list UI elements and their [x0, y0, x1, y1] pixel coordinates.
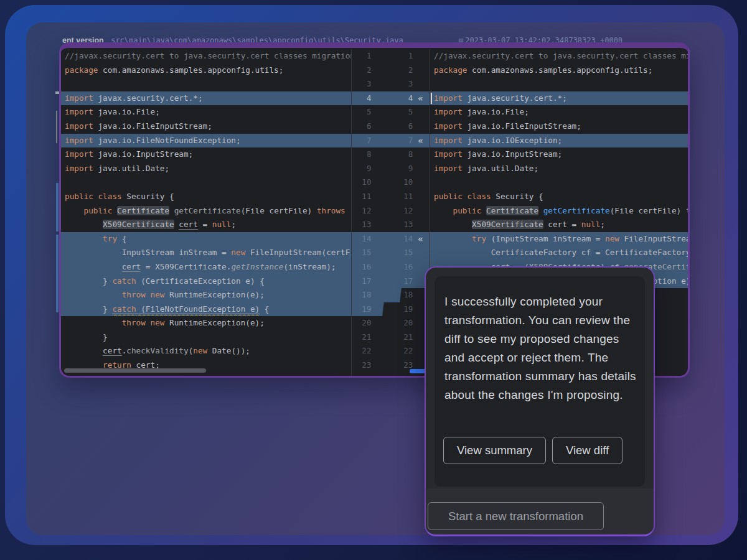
line-number-new: 12	[376, 204, 418, 218]
code-token	[65, 220, 103, 229]
code-token: java.io.FileNotFoundException;	[93, 136, 241, 145]
code-token: import	[65, 164, 93, 173]
gutter-row: 1919	[352, 302, 430, 317]
line-number-old: 17	[352, 274, 376, 289]
code-line: try {	[61, 232, 351, 246]
line-number-new: 8	[376, 147, 418, 162]
code-line: import java.util.Date;	[61, 162, 351, 176]
code-token: //javax.security.cert to java.security.c…	[65, 51, 351, 60]
code-token: X509Certificate	[472, 220, 543, 229]
code-line: package com.amazonaws.samples.appconfig.…	[61, 63, 351, 78]
gutter-row: 1414«	[352, 232, 430, 246]
gutter-row: 1717	[352, 274, 430, 289]
line-number-old: 3	[352, 77, 376, 91]
gutter-spacer	[418, 63, 430, 78]
revert-change-icon[interactable]: «	[418, 232, 430, 246]
change-marker-tick	[55, 91, 59, 94]
gutter-row: 1010	[352, 175, 430, 190]
line-number-new: 3	[376, 77, 418, 91]
gutter-row: 1111	[352, 190, 430, 204]
code-line: InputStream inStream = new FileInputStre…	[61, 246, 351, 260]
gutter-spacer	[418, 49, 430, 63]
code-token: import	[65, 136, 93, 145]
code-token: getCertificate	[174, 206, 241, 215]
line-number-new: 14	[376, 232, 418, 246]
code-token: Security {	[491, 192, 543, 201]
line-number-new: 2	[376, 63, 418, 78]
code-token: java.io.InputStream;	[93, 149, 193, 159]
code-line: CertificateFactory cf = CertificateFacto…	[430, 246, 688, 260]
code-token: package	[65, 65, 98, 75]
code-line: throw new RuntimeException(e);	[61, 288, 351, 302]
gutter-spacer	[418, 105, 430, 119]
code-line: import java.io.InputStream;	[61, 147, 351, 162]
gutter-spacer	[418, 147, 430, 162]
line-number-new: 10	[376, 175, 418, 190]
line-number-new: 17	[376, 274, 418, 289]
code-token: import	[65, 149, 93, 159]
code-line: public Certificate getCertificate(File c…	[61, 204, 351, 218]
gutter-row: 77«	[352, 134, 430, 148]
code-token: javax.security.cert.*;	[93, 93, 203, 103]
code-token: cert	[179, 220, 198, 230]
code-line: } catch (FileNotFoundException e) {	[61, 302, 351, 317]
code-line: public Certificate getCertificate(File c…	[430, 204, 688, 218]
gutter-spacer	[418, 246, 430, 260]
code-token: FileInputStream(certFile)) {	[619, 234, 688, 243]
code-token	[434, 206, 453, 215]
code-line: import java.io.FileNotFoundException;	[61, 134, 351, 148]
line-number-new: 15	[376, 246, 418, 260]
gutter-row: 2222	[352, 344, 430, 358]
code-token: java.io.File;	[463, 107, 529, 116]
code-line: public class Security {	[430, 190, 688, 204]
view-summary-button[interactable]: View summary	[443, 437, 546, 464]
start-new-transformation-button[interactable]: Start a new transformation	[428, 502, 604, 530]
gutter-spacer	[418, 175, 430, 190]
code-token	[481, 206, 486, 215]
code-token: cert	[103, 346, 122, 356]
code-token: Certificate	[486, 206, 538, 215]
code-token: new	[151, 318, 165, 327]
gutter-row: 88	[352, 147, 430, 162]
code-token: (File certFile)	[610, 206, 686, 215]
code-token: InputStream inStream =	[65, 248, 231, 257]
gutter-row: 2121	[352, 330, 430, 345]
gutter-spacer	[418, 190, 430, 204]
change-marker-bar	[56, 183, 59, 231]
code-line: import java.io.FileInputStream;	[430, 119, 688, 134]
code-token: public	[434, 192, 463, 201]
code-token: import	[65, 107, 93, 116]
code-token: RuntimeException(e);	[164, 290, 264, 299]
code-token: class	[98, 192, 121, 201]
line-number-new: 16	[376, 260, 418, 274]
left-pane-horizontal-scrollbar[interactable]	[64, 368, 206, 373]
code-token: class	[467, 192, 491, 201]
code-token: try	[103, 234, 117, 243]
view-diff-button[interactable]: View diff	[552, 437, 622, 464]
code-token: {	[117, 234, 126, 243]
line-number-new: 9	[376, 162, 418, 176]
code-token: import	[65, 93, 93, 103]
line-number-old: 23	[352, 358, 376, 373]
code-token: cert =	[543, 220, 581, 229]
code-line: public class Security {	[61, 190, 351, 204]
code-token: cert	[122, 262, 141, 272]
code-token: X509Certificate	[103, 220, 174, 229]
code-line: cert = X509Certificate.getInstance(inStr…	[61, 260, 351, 274]
revert-change-icon[interactable]: «	[418, 134, 430, 148]
line-number-old: 1	[352, 49, 376, 63]
code-token: new	[193, 346, 207, 355]
chat-message-text: I successfully completed your transforma…	[435, 276, 645, 404]
code-token: }	[65, 304, 112, 314]
revert-change-icon[interactable]: «	[418, 91, 430, 106]
code-token: //javax.security.cert to java.security.c…	[434, 51, 688, 60]
code-token	[434, 234, 472, 243]
code-token: CertificateFactory cf = CertificateFacto…	[434, 248, 688, 257]
code-token: java.io.File;	[93, 107, 160, 116]
code-token: new	[605, 234, 619, 243]
line-number-old: 7	[352, 134, 376, 148]
line-number-old: 22	[352, 344, 376, 358]
code-token	[146, 290, 151, 299]
code-token: throws	[686, 206, 688, 215]
line-number-old: 15	[352, 246, 376, 260]
